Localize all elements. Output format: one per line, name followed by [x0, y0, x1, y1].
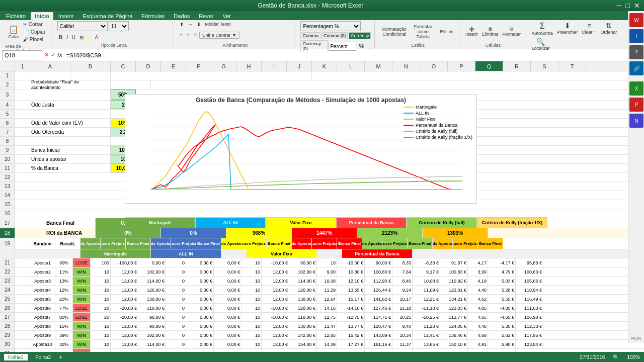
- col-header-T[interactable]: T: [558, 61, 586, 71]
- row-header-1[interactable]: 1: [0, 71, 15, 80]
- col-header-C[interactable]: C: [111, 61, 136, 71]
- c28-m-u[interactable]: 10: [91, 322, 111, 330]
- cell-reference-input[interactable]: [2, 50, 42, 60]
- c28-cf-u[interactable]: 4,46: [468, 322, 488, 330]
- c19b-vf2[interactable]: [317, 249, 342, 258]
- c22-ai-u[interactable]: 0: [166, 267, 186, 276]
- c24-ai-u[interactable]: 0: [166, 286, 186, 294]
- c24-pb-u[interactable]: 11,29: [317, 286, 337, 294]
- c28-ai-b[interactable]: 0,00 €: [214, 322, 242, 330]
- align-left-button[interactable]: ≡: [178, 32, 184, 39]
- c30-result[interactable]: WIN: [73, 340, 91, 348]
- c21-result[interactable]: LOSE: [73, 258, 91, 267]
- row-header-9[interactable]: 9: [0, 146, 15, 154]
- c25-cf-u[interactable]: 4,62: [468, 295, 488, 303]
- col-header-O[interactable]: O: [420, 61, 448, 71]
- rh-22[interactable]: 22: [0, 267, 15, 276]
- c21-ai-b[interactable]: 0,00 €: [214, 258, 242, 267]
- rh-19b[interactable]: [0, 249, 15, 258]
- c26-vf-b[interactable]: 128,00 €: [289, 304, 317, 312]
- cell-8-label[interactable]: [30, 137, 111, 145]
- c28-ck-b[interactable]: 124,05 €: [440, 322, 468, 330]
- c23-cf-l[interactable]: 5,03 €: [488, 277, 516, 285]
- cut-button[interactable]: ✂ Cortar: [22, 21, 47, 28]
- col-header-E[interactable]: E: [161, 61, 186, 71]
- c28-ai-l[interactable]: 0,00 €: [186, 322, 214, 330]
- col-header-row[interactable]: 1: [15, 61, 30, 71]
- c30-ck-b[interactable]: 150,10 €: [440, 340, 468, 348]
- c19-ck-b[interactable]: Banca Final: [408, 238, 433, 249]
- c26-m-u[interactable]: 20: [91, 304, 111, 312]
- c21-cf-u[interactable]: 4,17: [468, 258, 488, 267]
- c23-0[interactable]: [15, 277, 30, 285]
- cell-6-label[interactable]: Odd de Valor com (EV): [30, 119, 111, 127]
- col-header-R[interactable]: R: [503, 61, 531, 71]
- c22-cf-l[interactable]: 4,79 €: [488, 267, 516, 276]
- c25-cf-l[interactable]: 5,55 €: [488, 295, 516, 303]
- c29-random[interactable]: 39%: [55, 331, 73, 339]
- c21-ck-l[interactable]: -8,33 €: [413, 258, 440, 267]
- c29-vf-b[interactable]: 142,00 €: [289, 331, 317, 339]
- c25-ai-b[interactable]: 0,00 €: [214, 295, 242, 303]
- row-header-10[interactable]: 10: [0, 155, 15, 163]
- col-header-M[interactable]: M: [365, 61, 392, 71]
- c21-vf-l[interactable]: -10,00 €: [262, 258, 289, 267]
- c25-ai-u[interactable]: 0: [166, 295, 186, 303]
- c24-vf-u[interactable]: 10: [242, 286, 262, 294]
- c24-m-l[interactable]: 12,00 €: [111, 286, 138, 294]
- c24-vf-l[interactable]: 12,00 €: [262, 286, 289, 294]
- c19-ck-l[interactable]: Lucro Prejuizo: [382, 238, 408, 249]
- c30-cf-l[interactable]: 5,90 €: [488, 340, 516, 348]
- c25-vf-u[interactable]: 10: [242, 295, 262, 303]
- rh-15[interactable]: 15: [0, 200, 15, 209]
- c22-random[interactable]: 11%: [55, 267, 73, 276]
- tab-inserir[interactable]: Inserir: [54, 12, 78, 20]
- c30-m-b[interactable]: 114,00 €: [138, 340, 166, 348]
- sidebar-icon-3[interactable]: ?: [629, 45, 643, 59]
- c28-0[interactable]: [15, 322, 30, 330]
- col-header-J[interactable]: J: [287, 61, 312, 71]
- c21-label[interactable]: Aposta1: [30, 258, 55, 267]
- c30-vf-l[interactable]: 12,00 €: [262, 340, 289, 348]
- c29-pb-b[interactable]: 143,89 €: [365, 331, 392, 339]
- c29-result[interactable]: WIN: [73, 331, 91, 339]
- c24-vf-b[interactable]: 126,00 €: [289, 286, 317, 294]
- c24-ai-l[interactable]: 0,00 €: [186, 286, 214, 294]
- c17-0[interactable]: [15, 218, 30, 228]
- c29-m-u[interactable]: 10: [91, 331, 111, 339]
- c28-random[interactable]: 15%: [55, 322, 73, 330]
- c17-label[interactable]: Banca Final: [45, 218, 96, 228]
- sheet-tab-1[interactable]: Folha1: [4, 354, 28, 360]
- sidebar-icon-2[interactable]: I: [629, 29, 643, 43]
- c30-0[interactable]: [15, 340, 30, 348]
- cell-5-1[interactable]: [15, 110, 30, 118]
- c24-result[interactable]: WIN: [73, 286, 91, 294]
- col-header-S[interactable]: S: [531, 61, 558, 71]
- c18-kelly-frac-roi[interactable]: 1303%: [423, 228, 488, 238]
- c28-ck-l[interactable]: 11,28 €: [413, 322, 440, 330]
- c25-ck-b[interactable]: 134,21 €: [440, 295, 468, 303]
- c29-ck-u[interactable]: 10,34: [392, 331, 413, 339]
- c19-random[interactable]: Random: [30, 238, 55, 249]
- italic-button[interactable]: I: [65, 34, 69, 41]
- c21-0[interactable]: [15, 258, 30, 267]
- c25-ck-l[interactable]: 12,21 €: [413, 295, 440, 303]
- sort-filter-button[interactable]: ⇅ Ordenar: [599, 21, 619, 35]
- sidebar-icon-5[interactable]: X: [629, 81, 643, 96]
- cell-7-label[interactable]: Odd Oferecida: [30, 128, 111, 136]
- c22-ck-u[interactable]: 7,64: [392, 267, 413, 276]
- c22-ck-b[interactable]: 100,83 €: [440, 267, 468, 276]
- percent-input[interactable]: [329, 42, 356, 51]
- merge-center-button[interactable]: Unir e Centrar ▼: [199, 32, 239, 39]
- c22-pb-l[interactable]: 10,80 €: [337, 267, 365, 276]
- row-header-11[interactable]: 11: [0, 164, 15, 172]
- c28-vf-b[interactable]: 130,00 €: [289, 322, 317, 330]
- align-middle-button[interactable]: ↔: [186, 21, 194, 28]
- tab-formulas[interactable]: Fórmulas: [138, 12, 169, 20]
- c18-label[interactable]: ROI da BANCA: [45, 228, 96, 238]
- wrap-text-button[interactable]: Moldar Texto: [203, 21, 232, 28]
- c26-pb-u[interactable]: 14,16: [317, 304, 337, 312]
- c23-m-u[interactable]: 10: [91, 277, 111, 285]
- cell-3-label[interactable]: [30, 89, 111, 100]
- find-select-button[interactable]: 🔍 Localizar: [530, 37, 551, 51]
